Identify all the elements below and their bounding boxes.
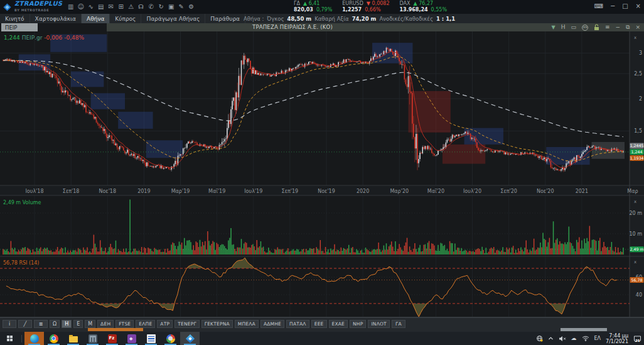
- price-chart-canvas[interactable]: 32,521,520 m10 m6040xxxΙουλ'18Σεπ'18Νοε'…: [0, 31, 644, 317]
- language-indicator[interactable]: ΕΛ: [594, 336, 601, 341]
- taskbar-app-explorer[interactable]: [63, 332, 83, 345]
- taskbar-app-edge[interactable]: [24, 332, 44, 345]
- chevron-up-icon[interactable]: [548, 336, 554, 341]
- start-button[interactable]: [0, 332, 19, 345]
- onedrive-cloud-icon[interactable]: ☁: [571, 332, 577, 345]
- taskbar-clock[interactable]: 7:44 μμ 7/1/2021: [606, 333, 628, 344]
- rss-icon[interactable]: ☊: [137, 1, 144, 13]
- ticker-DAX[interactable]: DAX▲ 76,2713.968,240,55%: [400, 1, 447, 13]
- info-tool-button[interactable]: i: [3, 320, 16, 328]
- menu-item-Αθήνα[interactable]: Αθήνα: [82, 14, 110, 23]
- wifi-icon[interactable]: [582, 336, 589, 341]
- symbol-button-ΤΕΝΕΡΓ[interactable]: ΤΕΝΕΡΓ: [174, 320, 200, 328]
- bottom-toolbar: i╱≣ΩΗΕΜΔΕΗFTSEΕΛΠΕΑΤΡΤΕΝΕΡΓΓΕΚΤΕΡΝΑΜΠΕΛΑ…: [0, 317, 644, 332]
- x-axis-label: 2019: [137, 189, 150, 194]
- ticker-name: EURUSD: [342, 1, 363, 6]
- symbol-button-FTSE[interactable]: FTSE: [115, 320, 134, 328]
- ticker-EURUSD[interactable]: EURUSD▼ 0,00821,22570,66%: [342, 1, 389, 13]
- symbol-button-ΕΧΑΕ[interactable]: ΕΧΑΕ: [329, 320, 348, 328]
- x-axis-label: 2020: [357, 189, 369, 194]
- maximize-button[interactable]: □: [622, 0, 628, 13]
- taskbar-app-paint[interactable]: [161, 332, 180, 345]
- symbol-button-ΓΕΚΤΕΡΝΑ[interactable]: ΓΕΚΤΕΡΝΑ: [201, 320, 233, 328]
- x-axis-label: Νοε'18: [99, 189, 116, 194]
- chart-close-icon[interactable]: ×: [635, 23, 640, 31]
- clipboard-icon[interactable]: ⊞: [117, 1, 124, 13]
- window-icon[interactable]: ▣: [168, 1, 174, 13]
- chart-area: 32,521,520 m10 m6040xxxΙουλ'18Σεπ'18Νοε'…: [0, 31, 644, 317]
- symbol-button-ΕΕΕ[interactable]: ΕΕΕ: [311, 320, 327, 328]
- chart-restore-icon[interactable]: ⧉: [626, 23, 630, 31]
- price-tag-text: 1,1934: [630, 156, 643, 160]
- taskbar-app-metatrader[interactable]: [122, 332, 141, 345]
- lock-open-icon[interactable]: [594, 24, 599, 31]
- mail-icon[interactable]: ✉: [107, 1, 114, 13]
- monitor-icon[interactable]: ▭: [571, 23, 576, 31]
- action-center-icon[interactable]: 21: [633, 335, 641, 342]
- notification-badge: 21: [635, 339, 640, 342]
- menu-item-Παράγωγα Αθήνας[interactable]: Παράγωγα Αθήνας: [141, 14, 205, 23]
- timeframe-button-Ω[interactable]: Ω: [50, 320, 60, 328]
- gear-icon[interactable]: ⚙: [188, 1, 195, 13]
- draw-tool-button[interactable]: ╱: [18, 320, 32, 328]
- menu-item-Κινητό[interactable]: Κινητό: [0, 14, 30, 23]
- timeframe-button-Η[interactable]: Η: [62, 320, 72, 328]
- symbol-button-ΕΛΠΕ[interactable]: ΕΛΠΕ: [136, 320, 155, 328]
- trend-icon[interactable]: ∿: [87, 1, 94, 13]
- badge-99[interactable]: 99: [582, 25, 588, 31]
- menu-item-Παράθυρα[interactable]: Παράθυρα: [205, 14, 245, 23]
- ticker-ΓΔ[interactable]: ΓΔ▲ 6,41820,030,79%: [294, 1, 332, 13]
- taskbar-app-ztrade[interactable]: [180, 332, 200, 345]
- status-part: 1 : 1,1: [436, 16, 455, 22]
- symbol-button-ΑΔΜΗΕ[interactable]: ΑΔΜΗΕ: [260, 320, 284, 328]
- chart-columns-icon[interactable]: ▥: [67, 1, 74, 13]
- scrollbar-thumb-gray[interactable]: [561, 328, 607, 331]
- chevron-down-icon[interactable]: ▼: [551, 23, 555, 31]
- symbol-button-ΔΕΗ[interactable]: ΔΕΗ: [97, 320, 114, 328]
- menu-item-Κύπρος[interactable]: Κύπρος: [110, 14, 141, 23]
- volume-panel-label: 2,49 m Volume: [3, 200, 41, 205]
- taskbar-app-calculator[interactable]: [83, 332, 102, 345]
- x-axis-label: 2021: [576, 189, 588, 194]
- volume-axis-tick: 20 m: [629, 211, 642, 216]
- x-axis-label: Μαϊ'20: [427, 189, 444, 194]
- taskbar-app-filezilla[interactable]: [102, 332, 122, 345]
- phone-icon[interactable]: ✆: [148, 1, 154, 13]
- interval-button[interactable]: Η: [561, 23, 566, 31]
- index-ticker-strip: ΓΔ▲ 6,41820,030,79%EURUSD▼ 0,00821,22570…: [294, 1, 447, 13]
- x-axis-label: Ιουλ'18: [26, 189, 44, 194]
- windows-logo-icon: [7, 336, 13, 341]
- symbol-button-ΑΤΡ[interactable]: ΑΤΡ: [157, 320, 173, 328]
- smiley-icon[interactable]: ☺: [77, 1, 84, 13]
- chart-minimize-icon[interactable]: −: [615, 23, 620, 31]
- status-part: Αθήνα :: [244, 16, 264, 22]
- y-axis-tick: 2,5: [634, 71, 642, 77]
- symbol-button-ΙΝΛΟΤ[interactable]: ΙΝΛΟΤ: [368, 320, 389, 328]
- menu-icon[interactable]: ≡: [605, 23, 610, 31]
- briefcase-icon[interactable]: ▤: [97, 1, 104, 13]
- compose-icon[interactable]: ✎: [178, 1, 185, 13]
- close-button[interactable]: ×: [636, 0, 641, 13]
- warning-icon[interactable]: ⚠: [127, 1, 134, 13]
- app-name: ZTRADEPLUS BY METROTRADE: [14, 1, 62, 13]
- keyboard-icon[interactable]: ⌨: [594, 0, 603, 13]
- network-globe-icon[interactable]: [536, 335, 543, 342]
- list-tool-button[interactable]: ≣: [34, 320, 48, 328]
- menu-item-Χαρτοφυλάκια[interactable]: Χαρτοφυλάκια: [30, 14, 82, 23]
- symbol-button-ΓΑ[interactable]: ΓΑ: [392, 320, 405, 328]
- scrollbar-thumb-orange[interactable]: [88, 328, 143, 331]
- panel-close-rsi: x: [634, 260, 636, 265]
- symbol-tab-peir[interactable]: ΠΕΙΡ: [1, 23, 38, 31]
- window-controls: ⌨ ─ □ ×: [594, 0, 641, 13]
- symbol-button-ΝΗΡ[interactable]: ΝΗΡ: [350, 320, 366, 328]
- system-tray: ☁ ΕΛ 7:44 μμ 7/1/2021 21: [536, 332, 644, 345]
- symbol-button-ΜΠΕΛΑ[interactable]: ΜΠΕΛΑ: [235, 320, 259, 328]
- minimize-button[interactable]: ─: [611, 0, 614, 13]
- volume-muted-icon[interactable]: [559, 336, 566, 342]
- timeframe-button-Ε[interactable]: Ε: [73, 320, 83, 328]
- refresh-icon[interactable]: ↻: [158, 1, 164, 13]
- taskbar-app-word[interactable]: [141, 332, 161, 345]
- timeframe-button-Μ[interactable]: Μ: [85, 320, 95, 328]
- symbol-button-ΠΑΤΑΛ[interactable]: ΠΑΤΑΛ: [286, 320, 309, 328]
- taskbar-app-chrome[interactable]: [44, 332, 63, 345]
